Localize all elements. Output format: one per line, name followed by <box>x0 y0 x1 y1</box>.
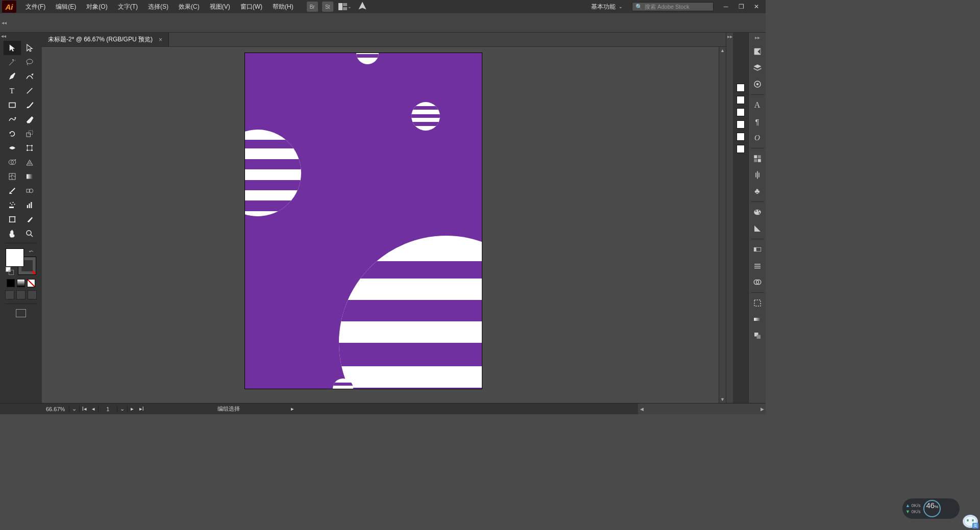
arrange-documents-icon[interactable]: ⌄ <box>338 3 352 10</box>
magic-wand-tool[interactable] <box>4 55 21 69</box>
prev-artboard-button[interactable]: ◂ <box>89 406 98 412</box>
shaper-tool[interactable] <box>4 112 21 127</box>
libraries-panel-icon[interactable] <box>750 77 765 91</box>
fill-swatch[interactable] <box>6 248 24 267</box>
window-minimize-button[interactable]: ─ <box>722 3 730 10</box>
next-artboard-button[interactable]: ▸ <box>128 406 137 412</box>
search-stock-input[interactable]: 🔍 搜索 Adobe Stock <box>632 2 714 11</box>
opentype-panel-icon[interactable]: O <box>750 131 765 145</box>
zoom-tool[interactable] <box>21 226 38 241</box>
color-mode-gradient[interactable] <box>17 279 25 287</box>
color-panel-icon[interactable] <box>750 205 765 219</box>
eraser-tool[interactable] <box>21 112 38 127</box>
stock-icon[interactable]: St <box>322 2 333 12</box>
menu-edit[interactable]: 编辑(E) <box>51 0 81 13</box>
status-menu-icon[interactable]: ▸ <box>291 406 294 412</box>
menu-object[interactable]: 对象(O) <box>81 0 112 13</box>
controlbar-collapse-icon[interactable]: ◂◂ <box>0 20 8 26</box>
first-artboard-button[interactable]: I◂ <box>80 406 89 412</box>
workspace-selector[interactable]: 基本功能 ⌄ <box>586 3 628 11</box>
draw-inside-icon[interactable] <box>28 290 37 299</box>
window-restore-button[interactable]: ❐ <box>737 3 745 10</box>
window-close-button[interactable]: ✕ <box>752 3 761 10</box>
slice-tool[interactable] <box>21 212 38 226</box>
document-tab[interactable]: 未标题-2* @ 66.67% (RGB/GPU 预览) × <box>42 33 169 46</box>
scroll-right-icon[interactable]: ▶ <box>758 407 766 412</box>
column-graph-tool[interactable] <box>21 198 38 212</box>
swatch-3[interactable] <box>737 108 745 116</box>
swatch-1[interactable] <box>737 84 745 92</box>
scroll-down-icon[interactable]: ▼ <box>719 396 726 403</box>
symbol-sprayer-tool[interactable] <box>4 198 21 212</box>
bridge-icon[interactable]: Br <box>307 2 318 12</box>
swatch-5[interactable] <box>737 133 745 141</box>
hand-tool[interactable] <box>4 226 21 241</box>
rectangle-tool[interactable] <box>4 98 21 112</box>
blend-tool[interactable] <box>21 184 38 198</box>
rotate-tool[interactable] <box>4 127 21 141</box>
draw-normal-icon[interactable] <box>5 290 14 299</box>
zoom-level[interactable]: 66.67% <box>42 406 69 412</box>
layers-panel-icon[interactable] <box>750 61 765 75</box>
artboard[interactable] <box>244 53 482 389</box>
menu-file[interactable]: 文件(F) <box>20 0 51 13</box>
transparency-panel-icon[interactable] <box>750 329 765 343</box>
swatch-4[interactable] <box>737 120 745 129</box>
zoom-dropdown-icon[interactable]: ⌄ <box>69 406 80 412</box>
perspective-grid-tool[interactable] <box>21 155 38 169</box>
pen-tool[interactable] <box>4 69 21 84</box>
scale-tool[interactable] <box>21 127 38 141</box>
gpu-performance-icon[interactable] <box>358 1 367 12</box>
paragraph-panel-icon[interactable]: ¶ <box>750 114 765 129</box>
mesh-tool[interactable] <box>4 169 21 184</box>
fill-stroke-control[interactable]: ⤺ <box>6 248 36 275</box>
default-fill-stroke-icon[interactable] <box>6 267 13 274</box>
swatch-2[interactable] <box>737 96 745 104</box>
shape-builder-tool[interactable] <box>4 155 21 169</box>
vertical-scrollbar[interactable]: ▲ ▼ <box>719 47 726 403</box>
artboard-tool[interactable] <box>4 212 21 226</box>
line-segment-tool[interactable] <box>21 84 38 98</box>
panel-strip-collapse-icon[interactable]: ▸▸ <box>755 35 760 40</box>
pathfinder-panel-icon[interactable]: ♣ <box>750 184 765 198</box>
right-dock-collapse[interactable]: ▸▸ <box>726 33 733 403</box>
last-artboard-button[interactable]: ▸I <box>137 406 146 412</box>
scroll-left-icon[interactable]: ◀ <box>638 407 645 412</box>
width-tool[interactable] <box>4 141 21 155</box>
toolbar-collapse-icon[interactable]: ◂◂ <box>1 33 6 39</box>
selection-tool[interactable] <box>4 41 21 55</box>
menu-effect[interactable]: 效果(C) <box>174 0 205 13</box>
menu-type[interactable]: 文字(T) <box>113 0 143 13</box>
artboard-dropdown-icon[interactable]: ⌄ <box>117 406 128 412</box>
transform-panel-icon[interactable] <box>750 152 765 166</box>
symbols-panel-icon[interactable] <box>750 275 765 289</box>
menu-help[interactable]: 帮助(H) <box>267 0 299 13</box>
tab-close-icon[interactable]: × <box>159 36 162 43</box>
screen-mode-icon[interactable] <box>16 309 26 317</box>
scroll-up-icon[interactable]: ▲ <box>719 47 726 54</box>
swatches-panel-icon[interactable] <box>750 242 765 257</box>
color-guide-panel-icon[interactable] <box>750 221 765 236</box>
swatch-6[interactable] <box>737 145 745 153</box>
align-panel-icon[interactable] <box>750 168 765 182</box>
free-transform-tool[interactable] <box>21 141 38 155</box>
horizontal-scrollbar[interactable]: ◀ ▶ <box>638 403 766 414</box>
lasso-tool[interactable] <box>21 55 38 69</box>
type-tool[interactable]: T <box>4 84 21 98</box>
character-panel-icon[interactable]: A <box>750 98 765 112</box>
direct-selection-tool[interactable] <box>21 41 38 55</box>
properties-panel-icon[interactable] <box>750 44 765 59</box>
artboard-number[interactable]: 1 <box>98 406 117 412</box>
stroke-panel-icon[interactable] <box>750 296 765 310</box>
curvature-tool[interactable] <box>21 69 38 84</box>
gradient-panel-icon[interactable] <box>750 312 765 326</box>
menu-window[interactable]: 窗口(W) <box>235 0 267 13</box>
swap-fill-stroke-icon[interactable]: ⤺ <box>29 248 36 256</box>
gradient-tool[interactable] <box>21 169 38 184</box>
canvas-viewport[interactable]: ▲ ▼ <box>42 47 726 403</box>
menu-view[interactable]: 视图(V) <box>205 0 235 13</box>
menu-select[interactable]: 选择(S) <box>143 0 174 13</box>
brushes-panel-icon[interactable] <box>750 259 765 273</box>
paintbrush-tool[interactable] <box>21 98 38 112</box>
color-mode-none[interactable] <box>27 279 35 287</box>
